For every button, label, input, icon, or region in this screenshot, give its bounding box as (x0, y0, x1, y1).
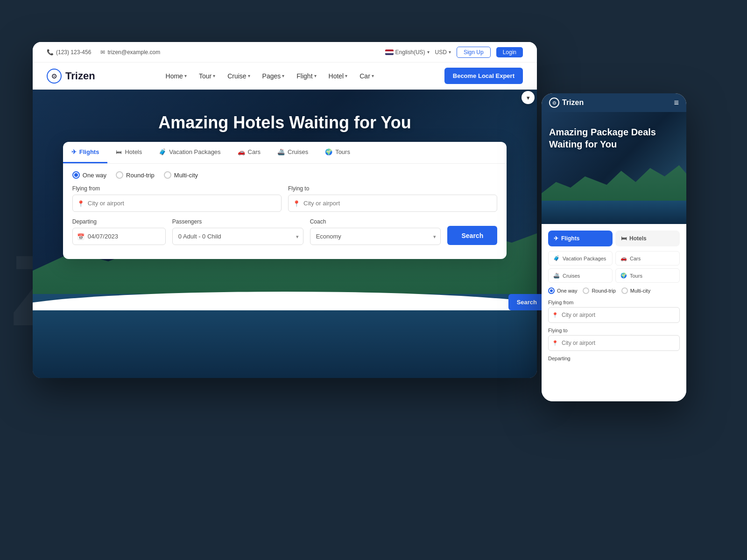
search-tabs: ✈ Flights 🛏 Hotels 🧳 Vacation Packages 🚗… (63, 142, 507, 164)
mobile-to-input[interactable] (548, 335, 680, 351)
passengers-label: Passengers (172, 218, 303, 225)
signup-button[interactable]: Sign Up (457, 47, 491, 58)
mobile-dropdown-chevron[interactable]: ▾ (521, 91, 535, 104)
tab-vacation[interactable]: 🧳 Vacation Packages (150, 142, 229, 163)
logo[interactable]: ⊙ Trizen (47, 69, 95, 84)
mobile-cruises-label: Cruises (563, 273, 580, 279)
multi-city-option[interactable]: Multi-city (164, 171, 198, 179)
mobile-multi-city[interactable]: Multi-city (621, 287, 650, 294)
tab-flights[interactable]: ✈ Flights (63, 142, 108, 163)
mobile-search-panel: ✈ Flights 🛏 Hotels 🧳 Vacation Packages 🚗… (542, 224, 686, 401)
mobile-tab-tours[interactable]: 🌍 Tours (615, 268, 680, 283)
topbar-right: English(US) ▾ USD ▾ Sign Up Login (385, 47, 523, 58)
nav-car[interactable]: Car ▾ (355, 70, 379, 83)
phone-icon: 📞 (47, 49, 54, 56)
logo-text: Trizen (65, 70, 95, 82)
mobile-topbar: ⊙ Trizen ≡ (542, 93, 686, 112)
nav-home-chevron: ▾ (184, 73, 187, 78)
nav-tour[interactable]: Tour ▾ (194, 70, 220, 83)
passengers-select[interactable]: 0 Adult - 0 Child 1 Adult - 0 Child 2 Ad… (172, 228, 303, 245)
flag-icon (385, 49, 394, 55)
mobile-multi-label: Multi-city (630, 288, 650, 294)
mobile-mockup: ⊙ Trizen ≡ Amazing Package Deals Waiting… (542, 93, 686, 401)
tab-cars[interactable]: 🚗 Cars (229, 142, 269, 163)
hero-title: Amazing Hotels Waiting for You (33, 90, 537, 133)
mobile-round-radio[interactable] (583, 287, 589, 294)
one-way-radio[interactable] (72, 171, 80, 179)
mobile-flying-from: Flying from 📍 (548, 300, 680, 323)
mobile-tab-cruises[interactable]: 🚢 Cruises (548, 268, 613, 283)
mobile-tab-vacation[interactable]: 🧳 Vacation Packages (548, 251, 613, 266)
multi-city-radio[interactable] (164, 171, 171, 179)
mobile-one-way-radio[interactable] (548, 287, 555, 294)
class-group: Coach Economy Business First Class ▾ (310, 218, 441, 245)
currency-selector[interactable]: USD ▾ (435, 49, 451, 56)
vacation-icon: 🧳 (159, 148, 166, 155)
search-form: One way Round-trip Multi-city Flying fro… (63, 164, 507, 259)
class-wrapper: Economy Business First Class ▾ (310, 228, 441, 245)
mobile-hero: Amazing Package Deals Waiting for You (542, 112, 686, 224)
mobile-tab-hotels[interactable]: 🛏 Hotels (615, 231, 680, 246)
tab-hotels[interactable]: 🛏 Hotels (107, 142, 150, 163)
mobile-cars-label: Cars (630, 256, 641, 261)
mobile-flights-icon: ✈ (554, 235, 558, 242)
multi-city-label: Multi-city (174, 172, 198, 179)
currency-label: USD (435, 49, 447, 56)
tab-tours[interactable]: 🌍 Tours (317, 142, 359, 163)
mobile-one-way-dot (550, 289, 553, 292)
flying-from-input[interactable] (72, 195, 282, 212)
mobile-tours-icon: 🌍 (620, 273, 627, 279)
phone-info: 📞 (123) 123-456 (47, 49, 91, 56)
mobile-from-input[interactable] (548, 307, 680, 323)
nav-tour-label: Tour (199, 72, 211, 80)
nav-car-chevron: ▾ (372, 73, 374, 78)
become-expert-button[interactable]: Become Local Expert (444, 68, 523, 84)
flying-to-input[interactable] (288, 195, 497, 212)
mobile-cruises-icon: 🚢 (553, 273, 560, 279)
language-selector[interactable]: English(US) ▾ (385, 49, 430, 56)
nav-cruise-chevron: ▾ (248, 73, 250, 78)
nav-home[interactable]: Home ▾ (161, 70, 191, 83)
nav-links: Home ▾ Tour ▾ Cruise ▾ Pages ▾ Flight ▾ … (161, 70, 379, 83)
mobile-departing-label: Departing (548, 356, 680, 361)
round-trip-radio[interactable] (116, 171, 123, 179)
mobile-multi-radio[interactable] (621, 287, 628, 294)
mobile-main-tabs: ✈ Flights 🛏 Hotels (548, 231, 680, 246)
departing-input[interactable] (72, 228, 166, 245)
mobile-tab-cars[interactable]: 🚗 Cars (615, 251, 680, 266)
round-trip-option[interactable]: Round-trip (116, 171, 155, 179)
nav-pages-label: Pages (262, 72, 281, 80)
mobile-logo[interactable]: ⊙ Trizen (549, 98, 584, 108)
login-button[interactable]: Login (496, 47, 523, 57)
nav-flight[interactable]: Flight ▾ (292, 70, 321, 83)
mobile-cars-icon: 🚗 (620, 255, 627, 261)
search-button[interactable]: Search (447, 226, 497, 245)
hotels-tab-label: Hotels (125, 148, 142, 155)
mobile-tab-flights[interactable]: ✈ Flights (548, 231, 613, 246)
one-way-option[interactable]: One way (72, 171, 106, 179)
nav-hotel[interactable]: Hotel ▾ (324, 70, 352, 83)
mobile-one-way[interactable]: One way (548, 287, 577, 294)
nav-tour-chevron: ▾ (213, 73, 215, 78)
passengers-wrapper: 0 Adult - 0 Child 1 Adult - 0 Child 2 Ad… (172, 228, 303, 245)
nav-hotel-chevron: ▾ (345, 73, 347, 78)
mobile-departing: Departing (548, 356, 680, 361)
flights-label: Flights (79, 148, 99, 155)
nav-pages[interactable]: Pages ▾ (258, 70, 289, 83)
flying-from-label: Flying from (72, 185, 282, 192)
flying-from-group: Flying from 📍 (72, 185, 282, 212)
departing-label: Departing (72, 218, 166, 225)
mobile-tours-label: Tours (630, 273, 642, 279)
mobile-from-label: Flying from (548, 300, 680, 305)
flying-to-group: Flying to 📍 (288, 185, 497, 212)
language-label: English(US) (395, 49, 425, 56)
email-icon: ✉ (100, 49, 105, 56)
tab-cruises[interactable]: 🚢 Cruises (269, 142, 317, 163)
nav-hotel-label: Hotel (329, 72, 344, 80)
hamburger-menu[interactable]: ≡ (674, 98, 679, 108)
partial-search-button: Search (508, 294, 545, 310)
lang-chevron: ▾ (427, 49, 430, 55)
class-select[interactable]: Economy Business First Class (310, 228, 441, 245)
nav-cruise[interactable]: Cruise ▾ (223, 70, 254, 83)
mobile-round-trip[interactable]: Round-trip (583, 287, 615, 294)
